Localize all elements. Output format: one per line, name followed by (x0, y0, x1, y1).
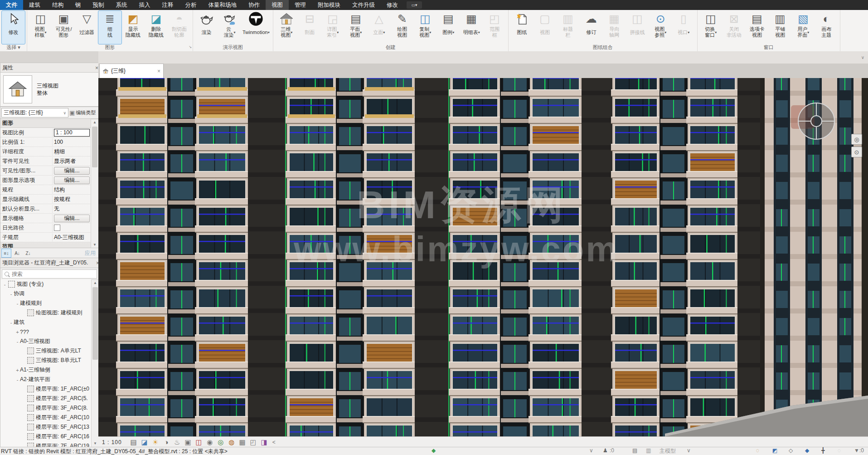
edit-button[interactable]: 编辑... (54, 215, 90, 222)
select-underlay-elements-icon[interactable]: ◩ (772, 447, 777, 454)
property-value[interactable]: 精细 (53, 148, 91, 156)
chevron-left-icon[interactable]: < (272, 439, 276, 445)
canvas-theme-button[interactable]: ◐画布 主题 (815, 11, 838, 44)
displaced-elements-icon[interactable]: ◰ (248, 438, 259, 446)
property-group-header[interactable]: 图形 (0, 119, 91, 128)
scale-control[interactable]: 1 : 100 (102, 439, 122, 445)
apply-button[interactable]: 应用 (85, 250, 96, 257)
tree-expander-icon[interactable]: - (15, 377, 20, 382)
chevron-down-icon[interactable]: ∨ (589, 447, 593, 454)
temporary-hide-isolate-icon[interactable]: ◎ (215, 438, 226, 446)
reveal-hidden-elements-icon[interactable]: ◍ (226, 438, 237, 446)
tree-item[interactable]: 楼层平面: 1F_ARC(±0 (0, 384, 92, 394)
crop-region-icon[interactable]: ◫ (194, 438, 204, 446)
tree-item[interactable]: -A2-建筑平面 (0, 375, 92, 384)
ribbon-tab-系统[interactable]: 系统 (110, 0, 133, 10)
zoom-tool-button[interactable]: ⊙ (851, 147, 862, 157)
cloud-render-button[interactable]: 云 渲染 (218, 11, 241, 44)
twinmotion-button[interactable]: Twinmotion (241, 11, 271, 44)
edit-button[interactable]: 编辑... (54, 176, 90, 184)
revisions-button[interactable]: ☁修订 (580, 11, 603, 44)
ribbon-tab-预制[interactable]: 预制 (87, 0, 110, 10)
select-links-icon[interactable]: ◌ (756, 447, 759, 454)
ribbon-tab-建筑[interactable]: 建筑 (23, 0, 46, 10)
3d-view-button[interactable]: 三维 视图 (275, 11, 298, 44)
ribbon-tab-文件升级[interactable]: 文件升级 (346, 0, 381, 10)
drag-elements-on-selection-icon[interactable]: ╋ (821, 447, 824, 454)
search-input[interactable] (11, 270, 97, 278)
tree-item[interactable]: 楼层平面: 5F_ARC(13 (0, 422, 92, 432)
drafting-view-button[interactable]: ✎绘图 视图 (391, 11, 414, 44)
ribbon-tab-钢[interactable]: 钢 (69, 0, 87, 10)
sync-center-icon[interactable]: ◆ (432, 447, 436, 454)
view-type-dropdown[interactable]: 三维视图: {三维}∨ (1, 108, 68, 117)
ribbon-tab-分析[interactable]: 分析 (179, 0, 203, 10)
dialog-launcher-icon[interactable]: ↘ (189, 45, 192, 49)
ribbon-tab-修改[interactable]: 修改 (381, 0, 404, 10)
tree-item[interactable]: 楼层平面: 2F_ARC(5. (0, 394, 92, 403)
thin-lines-button[interactable]: ≣细 线 (98, 11, 121, 44)
property-value[interactable]: A0-三维视图 (53, 234, 91, 241)
show-hidden-lines-button[interactable]: ◩显示 隐藏线 (121, 11, 145, 44)
view-tab-3d[interactable]: {三维} × (99, 64, 164, 78)
ribbon-tab-体量和场地[interactable]: 体量和场地 (203, 0, 243, 10)
reveal-constraints-icon[interactable]: ◨ (259, 438, 270, 446)
property-value[interactable]: 显示两者 (53, 157, 91, 165)
shadows-icon[interactable]: ◑ (161, 438, 172, 446)
search-input-box[interactable] (2, 269, 97, 279)
select-elements-by-face-icon[interactable]: ◆ (805, 447, 809, 454)
property-group-header[interactable]: 范围 (0, 242, 91, 248)
view-reference-button[interactable]: ⊙视图 参照 (649, 11, 672, 44)
tree-expander-icon[interactable]: - (15, 301, 20, 306)
ribbon-tab-协作[interactable]: 协作 (242, 0, 266, 10)
ribbon-collapse-button[interactable]: ▭▾ (407, 1, 422, 9)
plan-view-button[interactable]: ▤平面 视图 (344, 11, 368, 44)
sun-path-checkbox[interactable] (54, 225, 60, 231)
navigation-wheel-button[interactable]: ◎ (851, 134, 862, 145)
visibility-graphics-button[interactable]: ▣可见性/ 图形 (52, 11, 75, 44)
property-value[interactable]: 结构 (53, 186, 91, 194)
model-3d-viewport[interactable]: BIM资源网 www.bimzyw.com ◎ ⊙ (98, 78, 868, 436)
ribbon-tab-插入[interactable]: 插入 (133, 0, 156, 10)
rendering-dialog-icon[interactable]: ♨ (172, 438, 183, 446)
tree-item[interactable]: 楼层平面: 6F_ARC(16 (0, 432, 92, 441)
ribbon-tab-结构[interactable]: 结构 (46, 0, 69, 10)
ribbon-tab-附加模块[interactable]: 附加模块 (312, 0, 346, 10)
type-selector[interactable]: 三维视图 整体 (0, 72, 99, 107)
tree-item[interactable]: -视图 (专业) (0, 279, 92, 289)
tree-item[interactable]: -建模规则 (0, 298, 92, 308)
editing-requests-icon[interactable]: ♟ (603, 447, 608, 454)
ribbon-tab-注释[interactable]: 注释 (156, 0, 179, 10)
crop-view-icon[interactable]: ▣ (183, 438, 194, 446)
remove-hidden-lines-button[interactable]: ◪删除 隐藏线 (145, 11, 168, 44)
tree-expander-icon[interactable]: - (2, 282, 7, 287)
ribbon-tab-管理[interactable]: 管理 (289, 0, 312, 10)
switch-windows-button[interactable]: ◫切换 窗口 (699, 11, 723, 44)
user-interface-button[interactable]: ▧用户 界面 (792, 11, 815, 44)
tile-views-button[interactable]: ▥平铺 视图 (769, 11, 792, 44)
close-icon[interactable]: × (157, 68, 160, 74)
progress-icon[interactable]: ◌ (838, 447, 841, 454)
tree-item[interactable]: -协调 (0, 289, 92, 298)
tree-item[interactable]: 三维视图: B单元LT (0, 356, 92, 365)
render-button[interactable]: 渲染 (195, 11, 218, 44)
schedules-button[interactable]: ▦明细表 (460, 11, 483, 44)
edit-button[interactable]: 编辑... (54, 167, 90, 175)
tree-expander-icon[interactable]: + (15, 367, 20, 373)
tree-item[interactable]: 绘图视图: 建模规则 (0, 308, 92, 318)
duplicate-view-button[interactable]: ◫复制 视图 (414, 11, 437, 44)
tree-expander-icon[interactable]: - (9, 291, 14, 297)
detail-level-icon[interactable]: ▤ (128, 438, 139, 446)
filter-icon[interactable]: ▼:0 (854, 447, 864, 454)
chevron-down-icon[interactable]: ∨ (861, 55, 864, 60)
properties-scrollbar[interactable]: ▲ ▼ (91, 119, 99, 249)
filters-button[interactable]: ▽过滤器 (75, 11, 98, 44)
tree-expander-icon[interactable]: - (15, 339, 20, 344)
tree-item[interactable]: -建筑 (0, 318, 92, 327)
tree-expander-icon[interactable]: + (15, 329, 20, 335)
tree-expander-icon[interactable]: - (9, 320, 14, 325)
tree-item[interactable]: -A0-三维视图 (0, 337, 92, 346)
unlocked-3d-view-icon[interactable]: ◉ (204, 438, 215, 446)
sort-descending-button[interactable]: Z↓ (23, 249, 33, 258)
select-pinned-elements-icon[interactable]: ◇ (789, 447, 793, 454)
